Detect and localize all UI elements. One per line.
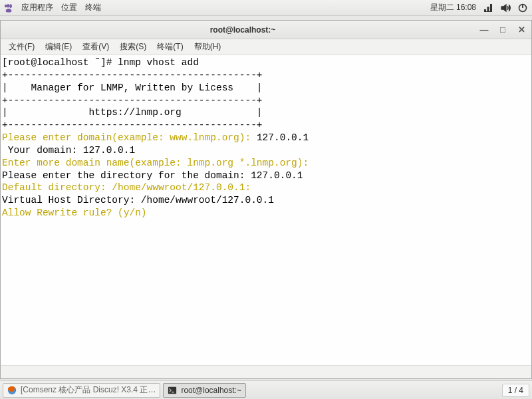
- network-icon[interactable]: [483, 3, 493, 13]
- border: +---------------------------------------…: [2, 70, 263, 80]
- command: lnmp vhost add: [118, 57, 199, 68]
- topbar-places[interactable]: 位置: [61, 2, 77, 13]
- terminal-statusbar: [1, 365, 531, 378]
- menu-edit[interactable]: 编辑(E): [41, 40, 76, 54]
- prompt-more-domain: Enter more domain name(example: lnmp.org…: [2, 158, 315, 168]
- gnome-foot-icon: [4, 3, 13, 13]
- default-directory: Default directory: /home/wwwroot/127.0.0…: [2, 182, 251, 193]
- gnome-topbar: 应用程序 位置 终端 星期二 16:08: [0, 0, 532, 16]
- menu-file[interactable]: 文件(F): [5, 40, 39, 54]
- banner-line: | Manager for LNMP, Written by Licess |: [2, 82, 263, 93]
- volume-icon[interactable]: [500, 3, 511, 13]
- input-domain: 127.0.0.1: [257, 132, 309, 143]
- minimize-button[interactable]: —: [479, 25, 489, 35]
- terminal-output[interactable]: [root@localhost ˜]# lnmp vhost add +----…: [1, 55, 531, 365]
- workspace-switcher[interactable]: 1 / 4: [502, 384, 529, 397]
- prompt-rewrite: Allow Rewrite rule? (y/n): [2, 207, 152, 218]
- taskbar-terminal-label: root@localhost:~: [181, 386, 241, 395]
- echo-domain: Your domain: 127.0.0.1: [2, 145, 135, 156]
- terminal-icon: [168, 386, 177, 395]
- menu-view[interactable]: 查看(V): [78, 40, 113, 54]
- workspace-label: 1 / 4: [508, 386, 523, 395]
- topbar-terminal[interactable]: 终端: [85, 2, 101, 13]
- taskbar: [Comsenz 核心产品 Discuz! X3.4 正… root@local…: [0, 380, 532, 399]
- menu-search[interactable]: 搜索(S): [116, 40, 150, 54]
- input-directory: 127.0.0.1: [251, 170, 303, 181]
- taskbar-firefox[interactable]: [Comsenz 核心产品 Discuz! X3.4 正…: [3, 383, 160, 398]
- prompt-directory: Please enter the directory for the domai…: [2, 170, 251, 181]
- topbar-apps[interactable]: 应用程序: [21, 2, 53, 13]
- titlebar[interactable]: root@localhost:~ — □ ✕: [1, 21, 531, 39]
- menubar: 文件(F) 编辑(E) 查看(V) 搜索(S) 终端(T) 帮助(H): [1, 39, 531, 55]
- taskbar-firefox-label: [Comsenz 核心产品 Discuz! X3.4 正…: [21, 384, 156, 396]
- border: +---------------------------------------…: [2, 95, 263, 106]
- banner-line: | https://lnmp.org |: [2, 107, 263, 118]
- firefox-icon: [7, 386, 17, 395]
- menu-terminal[interactable]: 终端(T): [153, 40, 187, 54]
- power-icon[interactable]: [517, 3, 528, 13]
- close-button[interactable]: ✕: [517, 25, 526, 35]
- prompt-domain: Please enter domain(example: www.lnmp.or…: [2, 132, 257, 143]
- maximize-button[interactable]: □: [498, 25, 507, 35]
- menu-help[interactable]: 帮助(H): [190, 40, 225, 54]
- prompt: [root@localhost ˜]#: [2, 57, 118, 68]
- taskbar-terminal[interactable]: root@localhost:~: [163, 383, 246, 398]
- border: +---------------------------------------…: [2, 120, 263, 130]
- svg-rect-3: [168, 386, 176, 394]
- terminal-window: root@localhost:~ — □ ✕ 文件(F) 编辑(E) 查看(V)…: [0, 20, 532, 379]
- window-title: root@localhost:~: [6, 25, 479, 35]
- vhost-directory: Virtual Host Directory: /home/wwwroot/12…: [2, 195, 274, 205]
- topbar-date[interactable]: 星期二 16:08: [430, 2, 476, 13]
